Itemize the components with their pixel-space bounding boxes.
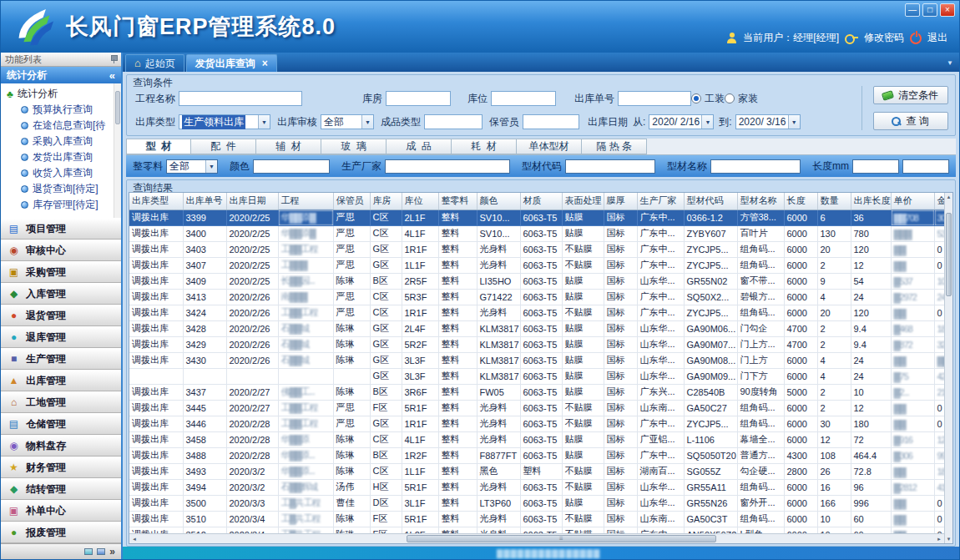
sidebar-section-header[interactable]: 统计分析 « (1, 67, 121, 83)
profile-code-input[interactable] (565, 159, 655, 174)
audit-select[interactable]: 全部▼ (321, 114, 374, 129)
sidebar-item-carryover-management[interactable]: ◆结转管理 (1, 478, 121, 500)
column-header[interactable]: 生产厂家 (637, 193, 684, 209)
table-row[interactable]: G区3L3F整料KLM38176063-T5贴膜国标山东华...GA90M09.… (129, 368, 944, 384)
whole-scrap-select[interactable]: 全部▼ (166, 159, 218, 174)
chevron-down-icon[interactable]: ▼ (788, 115, 800, 129)
material-tab[interactable]: 玻 璃 (321, 139, 387, 154)
scroll-up-icon[interactable]: ▲ (945, 193, 952, 201)
chevron-down-icon[interactable]: ▼ (361, 115, 373, 129)
collapse-icon[interactable]: « (109, 69, 115, 82)
radio-gongzhuang[interactable] (691, 93, 701, 103)
sidebar-item-outbound-management[interactable]: ▲出库管理 (1, 370, 121, 391)
tree-scrollbar-thumb[interactable] (115, 91, 120, 124)
tree-item[interactable]: 收货入库查询 (1, 165, 113, 181)
table-row[interactable]: 调拨出库34302020/2/26石▓▓城陈琳G区3L3F整料KLM381760… (129, 352, 944, 368)
column-header[interactable]: 颜色 (477, 193, 520, 209)
tree-item[interactable]: 预算执行查询 (1, 102, 113, 118)
pin-icon[interactable] (110, 55, 117, 63)
maximize-button[interactable]: □ (922, 3, 937, 17)
chevron-down-icon[interactable]: ▼ (205, 160, 217, 173)
table-row[interactable]: 调拨出库34462020/2/28工▓▓工程严思G区1R1F整料光身料6063-… (129, 416, 944, 431)
tab-close-icon[interactable]: × (262, 58, 268, 69)
date-to-picker[interactable]: 2020/ 3/16▼ (735, 114, 801, 129)
table-row[interactable]: 调拨出库33992020/2/25华▓▓原▓严思C区2L1F整料SV10...6… (129, 209, 944, 225)
table-row[interactable]: 调拨出库34882020/2/28华▓▓原...陈琳B区1R2F整料F8877F… (129, 447, 944, 463)
sidebar-item-warehouse-management[interactable]: ▤仓储管理 (1, 413, 121, 435)
sidebar-item-return-stock-management[interactable]: ●退库管理 (1, 326, 121, 348)
scroll-right-icon[interactable]: ► (934, 534, 944, 543)
column-header[interactable]: 单价 (891, 193, 934, 209)
material-tab[interactable]: 隔 热 条 (582, 139, 647, 154)
date-from-picker[interactable]: 2020/ 2/16▼ (649, 114, 714, 129)
tree-item[interactable]: 在途信息查询[待 (1, 118, 113, 134)
table-row[interactable]: 调拨出库34292020/2/26石▓▓城陈琳G区5R2F整料KLM381760… (129, 336, 944, 352)
sidebar-item-site-management[interactable]: ⌂工地管理 (1, 391, 121, 413)
sidebar-item-inbound-management[interactable]: ◆入库管理 (1, 283, 121, 305)
sidebar-item-production-management[interactable]: ■生产管理 (1, 348, 121, 370)
scroll-left-icon[interactable]: ◄ (129, 534, 139, 543)
tab-shipping-outbound-query[interactable]: 发货出库查询 × (186, 54, 277, 72)
horizontal-scrollbar[interactable]: ◄ ≡ ► (129, 533, 944, 543)
scroll-down-icon[interactable]: ▼ (945, 535, 952, 543)
table-row[interactable]: 调拨出库35122020/3/4工▓共工程陈琳F区1L2F整料光身料6063-T… (129, 527, 944, 533)
out-type-select[interactable]: 生产领料出库▼ (179, 114, 270, 129)
clear-conditions-button[interactable]: 清空条件 (873, 86, 948, 104)
table-row[interactable]: 调拨出库34092020/2/25长▓▓园...陈琳B区2R5F整料LI35HO… (129, 273, 944, 289)
tree-item[interactable]: 发货出库查询 (1, 149, 113, 165)
column-header[interactable]: 出库日期 (226, 193, 278, 209)
warehouse-input[interactable] (386, 91, 451, 106)
radio-jiazhuang[interactable] (725, 93, 735, 103)
location-input[interactable] (491, 91, 556, 106)
table-row[interactable]: 调拨出库34372020/2/27佛▓▓工...陈琳B区3R6F整料FW0560… (129, 384, 944, 400)
vertical-scrollbar[interactable]: ▲ ▼ (944, 193, 952, 543)
column-header[interactable]: 表面处理 (562, 193, 604, 209)
overflow-chevrons-icon[interactable]: » (109, 547, 115, 556)
tree-item[interactable]: 退货查询[待定] (1, 181, 113, 197)
column-header[interactable]: 保管员 (333, 193, 370, 209)
material-tab[interactable]: 辅 材 (256, 139, 321, 154)
table-row[interactable]: 调拨出库34072020/2/25工▓▓▓严思G区1L1F整料光身料6063-T… (129, 257, 944, 273)
product-type-input[interactable] (424, 114, 483, 129)
sidebar-item-audit-center[interactable]: ◉审核中心 (1, 240, 121, 261)
profile-name-input[interactable] (710, 159, 801, 174)
sidebar-item-material-inventory[interactable]: ◉物料盘存 (1, 435, 121, 457)
table-row[interactable]: 调拨出库34942020/3/2石▓▓辉城汤伟H区5R1F整料光身料6063-T… (129, 479, 944, 495)
tab-start-page[interactable]: ⌂ 起始页 (125, 54, 184, 72)
close-button[interactable]: × (940, 3, 955, 17)
table-row[interactable]: 调拨出库34132020/2/26南▓▓▓严思C区5R3F整料G71422606… (129, 289, 944, 305)
color-input[interactable] (253, 159, 330, 174)
column-header[interactable]: 型材代码 (684, 193, 737, 209)
panel-view-icon[interactable] (84, 548, 93, 555)
tree-item[interactable]: 采购入库查询 (1, 134, 113, 149)
manufacturer-input[interactable] (385, 159, 510, 174)
table-row[interactable]: 调拨出库34282020/2/26石▓▓城陈琳G区2L4F整料KLM381760… (129, 320, 944, 336)
length-min-input[interactable] (852, 159, 899, 174)
keeper-input[interactable] (523, 114, 579, 129)
material-tab[interactable]: 单体型材 (517, 139, 582, 154)
tree-item[interactable]: 库存管理[待定] (1, 197, 113, 213)
material-tab[interactable]: 型 材 (126, 139, 191, 154)
table-row[interactable]: 调拨出库35002020/3/3工▓共工程曹佳D区3L1F整料LT3P60606… (129, 495, 944, 511)
logout-link[interactable]: 退出 (927, 31, 947, 45)
column-header[interactable]: 长度 (784, 193, 817, 209)
table-row[interactable]: 调拨出库34452020/2/27工▓▓工程严思F区5R1F整料光身料6063-… (129, 400, 944, 416)
column-header[interactable]: 数量 (817, 193, 851, 209)
sidebar-item-purchase-management[interactable]: ▣采购管理 (1, 261, 121, 283)
column-header[interactable]: 出库单号 (183, 193, 226, 209)
sidebar-item-supplement-center[interactable]: ▣补单中心 (1, 500, 121, 522)
material-tab[interactable]: 配 件 (191, 139, 256, 154)
table-row[interactable]: 调拨出库34242020/2/26工▓▓工程严思C区1R1F整料光身料6063-… (129, 305, 944, 320)
table-row[interactable]: 调拨出库34932020/3/2华▓▓原...陈琳C区1L1F整料黑色塑料不贴膜… (129, 463, 944, 479)
column-header[interactable]: 整零料 (438, 193, 477, 209)
sidebar-item-return-goods-management[interactable]: ●退货管理 (1, 305, 121, 326)
tab-list-dropdown-icon[interactable]: ▼ (947, 59, 953, 67)
horizontal-scrollbar-thumb[interactable]: ≡ (407, 535, 716, 542)
tree-root[interactable]: ♣ 统计分析 (1, 86, 113, 102)
column-header[interactable]: 材质 (520, 193, 562, 209)
search-button[interactable]: 查 询 (873, 112, 948, 130)
chevron-down-icon[interactable]: ▼ (701, 115, 713, 129)
change-password-link[interactable]: 修改密码 (864, 31, 904, 45)
project-name-input[interactable] (179, 91, 302, 106)
column-header[interactable]: 出库类型 (129, 193, 183, 209)
